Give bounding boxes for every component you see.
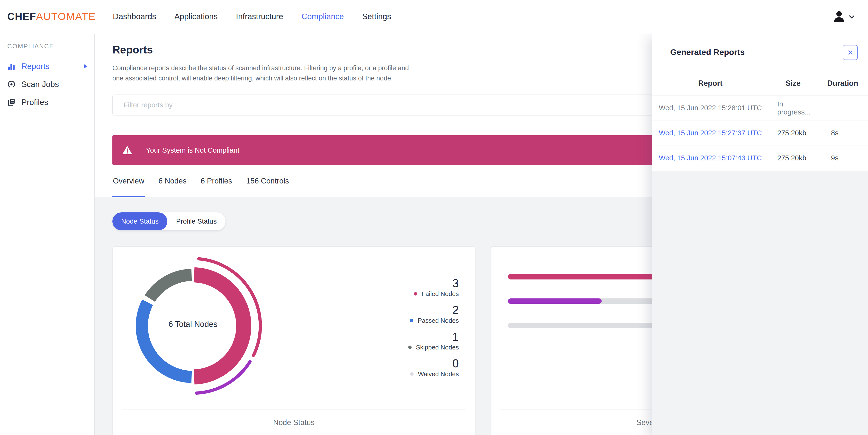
profiles-icon xyxy=(7,98,16,106)
compliance-sidebar: COMPLIANCE Reports Scan Jobs xyxy=(0,34,95,435)
brand-automate: AUTOMATE xyxy=(36,11,96,22)
panel-title: Generated Reports xyxy=(670,47,745,57)
skipped-dot-icon xyxy=(408,345,412,349)
table-row: Wed, 15 Jun 2022 15:27:37 UTC 275.20kb 8… xyxy=(652,121,868,145)
panel-header: Generated Reports × xyxy=(652,33,868,71)
waived-count: 0 xyxy=(386,357,459,370)
close-panel-button[interactable]: × xyxy=(843,45,858,60)
column-header-report: Report xyxy=(652,71,769,96)
report-duration xyxy=(817,96,868,121)
sidebar-section-label: COMPLIANCE xyxy=(7,42,94,50)
sidebar-item-label: Scan Jobs xyxy=(22,80,59,89)
column-header-size: Size xyxy=(769,71,817,96)
report-size: 275.20kb xyxy=(769,121,817,145)
tab-controls[interactable]: 156 Controls xyxy=(246,170,289,197)
generated-reports-table: Report Size Duration Wed, 15 Jun 2022 15… xyxy=(652,71,868,171)
skipped-label: Skipped Nodes xyxy=(416,343,459,352)
node-status-card: 6 Total Nodes 3 Failed Nodes 2 xyxy=(113,246,475,435)
tab-nodes[interactable]: 6 Nodes xyxy=(158,170,187,197)
user-menu[interactable] xyxy=(833,0,855,33)
nav-applications[interactable]: Applications xyxy=(175,12,218,21)
generated-reports-panel: Generated Reports × Report Size Duration… xyxy=(652,33,868,435)
report-timestamp: Wed, 15 Jun 2022 15:28:01 UTC xyxy=(652,96,769,121)
node-status-caption: Node Status xyxy=(273,418,315,427)
donut-segment-passed xyxy=(142,302,192,377)
nav-settings[interactable]: Settings xyxy=(362,12,391,21)
column-header-duration: Duration xyxy=(817,71,868,96)
passed-dot-icon xyxy=(410,319,413,322)
report-duration: 9s xyxy=(817,145,868,171)
nav-compliance[interactable]: Compliance xyxy=(302,12,344,21)
scan-icon xyxy=(7,80,16,89)
legend-failed: 3 Failed Nodes xyxy=(386,277,459,298)
chevron-right-icon xyxy=(83,63,88,69)
chevron-down-icon xyxy=(849,15,855,19)
brand-chef: CHEF xyxy=(7,11,36,22)
page-description: Compliance reports describe the status o… xyxy=(113,63,414,83)
report-download-link[interactable]: Wed, 15 Jun 2022 15:27:37 UTC xyxy=(659,129,762,137)
card-divider: Node Status xyxy=(122,409,466,435)
report-size: In progress... xyxy=(769,96,817,121)
report-duration: 8s xyxy=(817,121,868,145)
report-download-link[interactable]: Wed, 15 Jun 2022 15:07:43 UTC xyxy=(659,154,762,162)
failed-count: 3 xyxy=(386,277,459,290)
skipped-count: 1 xyxy=(386,331,459,343)
user-icon xyxy=(833,11,845,23)
failed-dot-icon xyxy=(414,292,417,296)
tab-profiles[interactable]: 6 Profiles xyxy=(200,170,232,197)
panel-body-background xyxy=(652,171,868,435)
donut-segment-skipped xyxy=(150,275,192,298)
node-status-toggle[interactable]: Node Status xyxy=(113,212,167,230)
table-row: Wed, 15 Jun 2022 15:28:01 UTC In progres… xyxy=(652,96,868,121)
chef-automate-logo[interactable]: CHEFAUTOMATE xyxy=(7,11,96,22)
donut-center-label: 6 Total Nodes xyxy=(144,320,242,329)
node-status-donut-chart: 6 Total Nodes xyxy=(113,247,273,407)
warning-icon xyxy=(122,145,132,155)
status-toggle: Node Status Profile Status xyxy=(113,212,225,230)
legend-skipped: 1 Skipped Nodes xyxy=(386,331,459,352)
tab-overview[interactable]: Overview xyxy=(113,170,145,197)
sidebar-item-reports[interactable]: Reports xyxy=(0,57,94,75)
close-icon: × xyxy=(847,47,853,58)
profile-status-toggle[interactable]: Profile Status xyxy=(167,212,225,230)
node-status-legend: 3 Failed Nodes 2 Passed Nodes xyxy=(386,277,459,384)
sidebar-item-label: Profiles xyxy=(22,98,48,107)
primary-nav: Dashboards Applications Infrastructure C… xyxy=(113,12,391,21)
report-size: 275.20kb xyxy=(769,145,817,171)
waived-dot-icon xyxy=(410,372,413,376)
legend-passed: 2 Passed Nodes xyxy=(386,304,459,325)
failed-label: Failed Nodes xyxy=(422,290,459,298)
passed-count: 2 xyxy=(386,304,459,316)
table-row: Wed, 15 Jun 2022 15:07:43 UTC 275.20kb 9… xyxy=(652,145,868,171)
alert-message: Your System is Not Compliant xyxy=(146,146,239,154)
passed-label: Passed Nodes xyxy=(418,316,459,325)
sidebar-item-profiles[interactable]: Profiles xyxy=(0,93,94,111)
nav-infrastructure[interactable]: Infrastructure xyxy=(236,12,283,21)
sidebar-item-scan-jobs[interactable]: Scan Jobs xyxy=(0,75,94,93)
nav-dashboards[interactable]: Dashboards xyxy=(113,12,156,21)
sidebar-item-label: Reports xyxy=(22,62,50,71)
legend-waived: 0 Waived Nodes xyxy=(386,357,459,378)
waived-label: Waived Nodes xyxy=(418,370,459,378)
top-nav: CHEFAUTOMATE Dashboards Applications Inf… xyxy=(0,0,868,33)
bar-chart-icon xyxy=(7,62,16,70)
